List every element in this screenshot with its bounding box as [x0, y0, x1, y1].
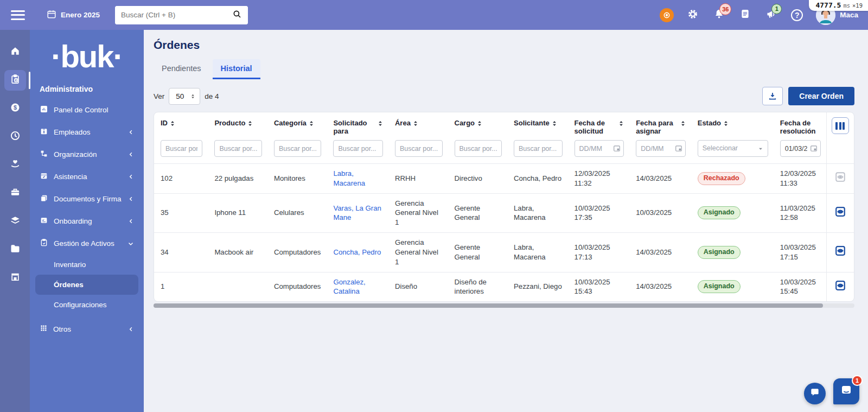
sidebar-item-panel-de-control[interactable]: Panel de Control — [35, 99, 138, 121]
sidebar-item-organizacion[interactable]: Organización — [35, 143, 138, 166]
search-icon[interactable] — [232, 9, 242, 21]
sort-icon — [552, 120, 557, 127]
sidebar-subitem-configuraciones[interactable]: Configuraciones — [35, 295, 138, 315]
menu-toggle-button[interactable] — [11, 10, 25, 20]
column-settings-button[interactable] — [832, 117, 849, 134]
table-controls: Ver 50 de 4 Crear Orden — [154, 87, 854, 105]
onboarding-card-icon — [40, 216, 48, 226]
scrollbar-thumb[interactable] — [154, 303, 823, 308]
rail-home-button[interactable] — [4, 42, 26, 62]
rail-training-button[interactable] — [4, 211, 26, 232]
sidebar-subitem-ordenes[interactable]: Órdenes — [35, 275, 138, 295]
col-header-fecha-asignar[interactable]: Fecha para asignar — [636, 119, 686, 135]
filter-area-input[interactable] — [395, 140, 443, 157]
chevron-left-icon — [127, 174, 134, 180]
search-input[interactable] — [121, 11, 232, 19]
sidebar-item-onboarding[interactable]: Onboarding — [35, 210, 138, 232]
rail-time-button[interactable] — [4, 126, 26, 147]
col-header-id[interactable]: ID — [161, 119, 175, 127]
col-header-producto[interactable]: Producto — [214, 119, 253, 127]
filter-id-input[interactable] — [161, 140, 202, 157]
employee-link[interactable]: Gonzalez, Catalina — [333, 278, 365, 296]
feedback-chat-button[interactable] — [804, 383, 826, 404]
notifications-badge: 36 — [719, 3, 731, 15]
messenger-button[interactable]: 1 — [833, 378, 859, 404]
page-size-select[interactable]: 50 — [169, 88, 200, 105]
filter-estado-select[interactable]: Seleccionar — [698, 140, 768, 157]
cell-producto: 22 pulgadas — [208, 164, 267, 194]
module-rail: $ — [0, 30, 30, 412]
orders-table-card: ID Producto Categoría Solicitado para Ár… — [154, 112, 854, 302]
cell-area: Gerencia General Nivel 1 — [388, 193, 448, 232]
col-header-categoria[interactable]: Categoría — [274, 119, 314, 127]
filter-solicitado-para-input[interactable] — [333, 140, 383, 157]
sidebar-item-empleados[interactable]: Empleados — [35, 121, 138, 143]
create-order-button[interactable]: Crear Orden — [788, 87, 854, 105]
view-order-button[interactable] — [834, 206, 846, 218]
notifications-button[interactable]: 36 — [712, 8, 726, 22]
cell-fecha-asignar: 14/03/2025 — [629, 233, 691, 272]
sidebar-section-title: Administrativo — [40, 85, 138, 93]
download-button[interactable] — [762, 87, 783, 105]
home-icon — [10, 46, 21, 59]
performance-overlay: 4777.5 ms ×19 — [809, 0, 868, 11]
filter-solicitante-input[interactable] — [514, 140, 563, 157]
cell-solicitante: Concha, Pedro — [507, 164, 568, 194]
col-header-cargo[interactable]: Cargo — [455, 119, 483, 127]
rail-benefits-button[interactable] — [4, 183, 26, 204]
settings-button[interactable] — [686, 8, 700, 22]
sidebar-item-documentos-y-firma[interactable]: Documentos y Firma — [35, 188, 138, 210]
status-badge: Rechazado — [698, 172, 745, 185]
sidebar-item-label: Panel de Control — [54, 106, 134, 114]
calendar-icon — [47, 9, 56, 21]
cell-fecha-resolucion: 12/03/2025 11:33 — [774, 164, 826, 194]
cell-fecha-asignar: 14/03/2025 — [629, 272, 691, 301]
period-selector[interactable]: Enero 2025 — [47, 9, 100, 21]
view-order-button[interactable] — [834, 280, 846, 291]
col-header-area[interactable]: Área — [395, 119, 418, 127]
cell-fecha-solicitud: 10/03/2025 17:13 — [568, 233, 630, 272]
page-title: Órdenes — [154, 39, 854, 52]
cell-fecha-resolucion: 10/03/2025 17:15 — [774, 233, 826, 272]
submenu-item-label: Órdenes — [54, 281, 84, 289]
filter-producto-input[interactable] — [214, 140, 262, 157]
col-header-solicitante[interactable]: Solicitante — [514, 119, 557, 127]
cell-area: Gerencia General Nivel 1 — [388, 233, 448, 272]
employee-link[interactable]: Labra, Macarena — [333, 169, 365, 187]
rail-asset-management-button[interactable] — [4, 70, 26, 91]
col-header-estado[interactable]: Estado — [698, 119, 729, 127]
recording-button[interactable] — [660, 8, 674, 22]
sidebar-item-otros[interactable]: Otros — [35, 318, 138, 340]
horizontal-scrollbar — [154, 303, 854, 308]
tab-historial[interactable]: Historial — [213, 59, 260, 79]
sort-icon — [477, 120, 482, 127]
col-header-solicitado-para[interactable]: Solicitado para — [333, 119, 383, 135]
employee-link[interactable]: Varas, La Gran Mane — [333, 204, 381, 222]
chevron-left-icon — [127, 151, 134, 157]
notes-button[interactable] — [738, 8, 752, 22]
sidebar-item-asistencia[interactable]: Asistencia — [35, 166, 138, 188]
rail-marketplace-button[interactable] — [4, 268, 26, 288]
floating-buttons: 1 — [804, 378, 859, 404]
chevron-left-icon — [127, 218, 134, 224]
help-button[interactable]: ? — [790, 8, 804, 22]
view-order-button[interactable] — [834, 245, 846, 257]
sidebar-subitem-inventario[interactable]: Inventario — [35, 255, 138, 275]
sidebar-item-gestion-de-activos[interactable]: Gestión de Activos — [35, 232, 138, 255]
perf-ms-value: 4777.5 — [815, 1, 841, 9]
filter-cargo-input[interactable] — [455, 140, 502, 157]
col-header-fecha-solicitud[interactable]: Fecha de solicitud — [575, 119, 624, 135]
employee-link[interactable]: Concha, Pedro — [333, 248, 381, 256]
sort-icon — [378, 120, 383, 127]
chevron-down-icon — [127, 240, 134, 247]
rail-talent-button[interactable] — [4, 155, 26, 175]
sort-icon — [723, 120, 729, 127]
cell-fecha-asignar: 14/03/2025 — [629, 164, 691, 194]
announcements-button[interactable]: 1 — [764, 8, 778, 22]
rail-files-button[interactable] — [4, 239, 26, 260]
rail-remunerations-button[interactable]: $ — [4, 98, 26, 119]
calendar-check-icon — [40, 172, 48, 182]
tabs: Pendientes Historial — [154, 59, 854, 79]
filter-categoria-input[interactable] — [274, 140, 322, 157]
tab-pendientes[interactable]: Pendientes — [154, 59, 209, 79]
